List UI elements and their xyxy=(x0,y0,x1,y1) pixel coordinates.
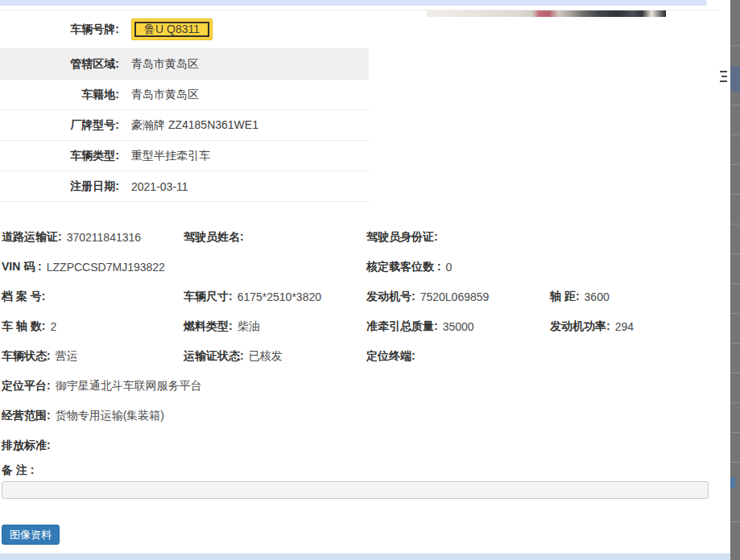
transport-cert-status: 运输证状态: 已核发 xyxy=(184,341,283,371)
positioning-platform: 定位平台: 御宇星通北斗车联网服务平台 xyxy=(2,371,202,401)
driver-id: 驾驶员身份证: xyxy=(366,222,443,252)
vehicle-type-value: 重型半挂牵引车 xyxy=(119,149,210,163)
engine-power: 发动机功率: 294 xyxy=(550,311,634,341)
background-content-fragment xyxy=(720,71,727,72)
registration-place-value: 青岛市黄岛区 xyxy=(119,88,199,102)
background-row-highlight xyxy=(730,477,735,488)
traction-mass: 准牵引总质量: 35000 xyxy=(366,311,474,341)
vehicle-dimensions: 车辆尺寸: 6175*2510*3820 xyxy=(184,282,321,311)
brand-model-value: 豪瀚牌 ZZ4185N361WE1 xyxy=(119,118,258,133)
info-row: 档 案 号: 车辆尺寸: 6175*2510*3820 发动机号: 7520L0… xyxy=(0,282,729,311)
table-row: 车辆类型: 重型半挂牵引车 xyxy=(0,141,369,171)
top-scroll-edge-bar xyxy=(0,0,707,6)
approved-passengers: 核定载客位数 : 0 xyxy=(366,252,452,282)
axle-count: 车 轴 数: 2 xyxy=(2,311,56,341)
table-row: 管辖区域: 青岛市黄岛区 xyxy=(0,49,369,80)
driver-name: 驾驶员姓名: xyxy=(184,222,249,252)
register-date-value: 2021-03-11 xyxy=(119,180,188,193)
info-row: 车辆状态: 营运 运输证状态: 已核发 定位终端: xyxy=(0,341,729,371)
plate-label: 车辆号牌: xyxy=(0,23,119,37)
info-row: 道路运输证: 370211841316 驾驶员姓名: 驾驶员身份证: xyxy=(0,222,729,252)
scrollbar-thumb[interactable] xyxy=(730,66,740,92)
vehicle-info-table: 车辆号牌: 鲁U Q8311 管辖区域: 青岛市黄岛区 车籍地: 青岛市黄岛区 … xyxy=(0,10,369,202)
wheelbase: 轴 距: 3600 xyxy=(550,282,610,311)
business-scope: 经营范围: 货物专用运输(集装箱) xyxy=(2,401,164,430)
license-plate-number: 鲁U Q8311 xyxy=(134,22,209,37)
vehicle-type-label: 车辆类型: xyxy=(0,149,119,163)
jurisdiction-label: 管辖区域: xyxy=(0,57,119,72)
info-row: 排放标准: xyxy=(0,430,729,460)
table-row: 车籍地: 青岛市黄岛区 xyxy=(0,80,369,110)
vehicle-detail-panel: 车辆号牌: 鲁U Q8311 管辖区域: 青岛市黄岛区 车籍地: 青岛市黄岛区 … xyxy=(0,0,740,560)
table-row: 注册日期: 2021-03-11 xyxy=(0,171,369,202)
vin-code: VIN 码 : LZZPCCSD7MJ193822 xyxy=(2,252,165,282)
engine-number: 发动机号: 7520L069859 xyxy=(366,282,489,311)
brand-model-label: 厂牌型号: xyxy=(0,118,119,133)
registration-place-label: 车籍地: xyxy=(0,88,119,102)
remark-label: 备 注 : xyxy=(2,460,34,481)
info-row: 车 轴 数: 2 燃料类型: 柴油 准牵引总质量: 35000 发动机功率: 2… xyxy=(0,311,729,341)
remark-input[interactable] xyxy=(2,481,709,499)
bottom-panel-edge xyxy=(0,553,740,560)
fuel-type: 燃料类型: 柴油 xyxy=(184,311,260,341)
positioning-terminal: 定位终端: xyxy=(366,341,420,371)
jurisdiction-value: 青岛市黄岛区 xyxy=(119,57,199,72)
image-data-button[interactable]: 图像资料 xyxy=(2,525,60,545)
file-number: 档 案 号: xyxy=(2,282,50,311)
register-date-label: 注册日期: xyxy=(0,179,119,194)
table-row: 车辆号牌: 鲁U Q8311 xyxy=(0,10,369,49)
road-transport-cert: 道路运输证: 370211841316 xyxy=(2,222,141,252)
info-row: VIN 码 : LZZPCCSD7MJ193822 核定载客位数 : 0 xyxy=(0,252,729,282)
vehicle-extended-info: 道路运输证: 370211841316 驾驶员姓名: 驾驶员身份证: VIN 码… xyxy=(0,222,729,460)
info-row: 定位平台: 御宇星通北斗车联网服务平台 xyxy=(0,371,729,401)
vehicle-photo-edge xyxy=(427,10,666,17)
info-row: 经营范围: 货物专用运输(集装箱) xyxy=(0,401,729,430)
background-content-fragment xyxy=(720,80,727,82)
license-plate-badge: 鲁U Q8311 xyxy=(131,19,213,40)
table-row: 厂牌型号: 豪瀚牌 ZZ4185N361WE1 xyxy=(0,110,369,141)
right-scrollbar[interactable] xyxy=(730,0,740,560)
vehicle-status: 车辆状态: 营运 xyxy=(2,341,78,371)
background-content-fragment xyxy=(721,76,727,77)
emission-standard: 排放标准: xyxy=(2,430,56,460)
